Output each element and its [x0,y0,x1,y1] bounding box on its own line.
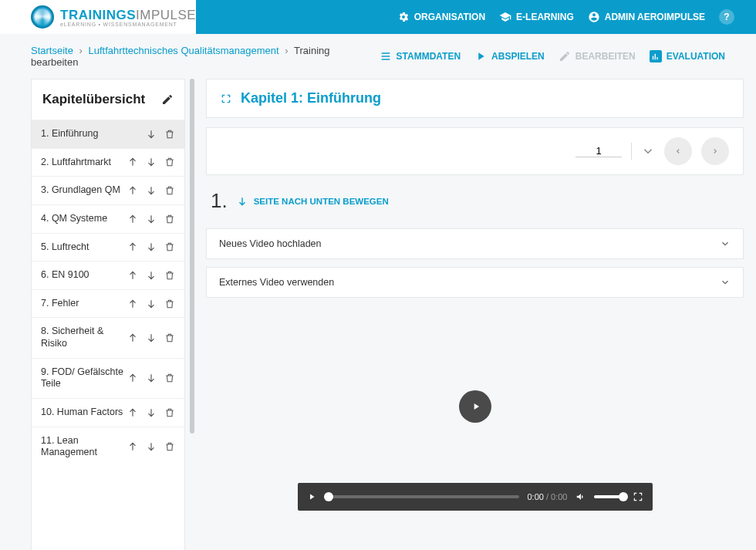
chapter-item[interactable]: 10. Human Factors [32,398,184,427]
breadcrumb-course[interactable]: Luftfahrttechnisches Qualitätsmanagement [89,45,279,56]
move-up-button[interactable] [127,332,138,343]
tab-evaluation[interactable]: EVALUATION [650,50,725,62]
move-down-button[interactable] [146,185,157,196]
delete-button[interactable] [164,299,175,309]
breadcrumb-sep: › [79,45,83,56]
controls-play-icon[interactable] [307,492,316,501]
page-number-input[interactable] [575,145,622,157]
delete-button[interactable] [164,441,175,452]
video-play-button[interactable] [459,390,491,423]
fullscreen-icon[interactable] [221,93,231,104]
chapter-sidebar: Kapitelübersicht 1. Einführung 2. Luftfa… [31,79,185,550]
graduation-cap-icon [499,11,511,23]
logo[interactable]: TRAININGSIMPULSE eLEARNING • WISSENSMANA… [0,0,196,34]
chapter-item[interactable]: 7. Fehler [32,289,184,318]
chapter-label: 9. FOD/ Gefälschte Teile [41,366,127,390]
move-up-button[interactable] [127,407,138,418]
scrollbar-thumb[interactable] [190,79,194,434]
accordion-external-video[interactable]: Externes Video verwenden [206,267,744,298]
tab-abspielen[interactable]: ABSPIELEN [474,50,545,62]
chapter-item[interactable]: 2. Luftfahrtmarkt [32,148,184,177]
delete-button[interactable] [164,373,175,383]
edit-chapters-button[interactable] [161,93,174,106]
tab-abspielen-label: ABSPIELEN [491,51,545,62]
tab-stammdaten[interactable]: STAMMDATEN [380,50,461,62]
delete-button[interactable] [164,214,175,224]
time-duration: 0:00 [551,492,567,501]
chevron-down-icon [720,238,731,249]
chapter-label: 10. Human Factors [41,407,127,419]
divider [631,143,632,160]
chapter-item[interactable]: 9. FOD/ Gefälschte Teile [32,358,184,398]
logo-tagline: eLEARNING • WISSENSMANAGEMENT [60,22,196,27]
chapter-item[interactable]: 3. Grundlagen QM [32,176,184,204]
move-down-button[interactable] [146,332,157,343]
prev-page-button[interactable] [664,137,692,165]
delete-button[interactable] [164,407,175,418]
nav-elearning-label: E-LEARNING [516,12,574,22]
chapter-label: 4. QM Systeme [41,213,127,225]
move-up-button[interactable] [127,299,138,309]
move-up-button[interactable] [127,270,138,281]
nav-user-label: ADMIN AEROIMPULSE [605,12,705,22]
breadcrumb-sep: › [285,45,288,56]
move-down-button[interactable] [146,441,157,452]
chapter-title: Kapitel 1: Einführung [241,90,381,106]
accordion-upload-video[interactable]: Neues Video hochladen [206,228,744,259]
tab-stammdaten-label: STAMMDATEN [397,51,461,62]
list-icon [380,50,392,62]
chapter-label: 8. Sicherheit & Risiko [41,326,127,349]
accordion-upload-label: Neues Video hochladen [219,238,322,249]
logo-text-brand: TRAININGS [60,8,136,22]
move-up-button[interactable] [127,373,138,383]
move-down-button[interactable] [146,129,157,140]
move-up-button[interactable] [127,157,138,167]
main-area: Kapitelübersicht 1. Einführung 2. Luftfa… [0,79,756,550]
progress-track[interactable] [324,495,520,498]
chapter-label: 5. Luftrecht [41,241,127,254]
delete-button[interactable] [164,332,175,343]
move-down-button[interactable] [146,270,157,281]
delete-button[interactable] [164,270,175,281]
nav-organisation[interactable]: ORGANISATION [397,11,485,23]
volume-icon[interactable] [575,491,586,502]
sidebar-scrollbar[interactable] [187,79,197,550]
delete-button[interactable] [164,157,175,167]
move-down-button[interactable] [146,157,157,167]
delete-button[interactable] [164,241,175,252]
progress-thumb[interactable] [324,492,333,501]
chapter-item[interactable]: 6. EN 9100 [32,261,184,289]
move-down-button[interactable] [146,407,157,418]
delete-button[interactable] [164,129,175,140]
chapter-item[interactable]: 1. Einführung [32,120,184,148]
chapter-item[interactable]: 8. Sicherheit & Risiko [32,317,184,357]
move-down-button[interactable] [146,214,157,224]
page-dropdown-chevron-icon[interactable] [641,144,655,158]
help-button[interactable]: ? [719,9,734,25]
move-up-button[interactable] [127,185,138,196]
page-header: 1. SEITE NACH UNTEN BEWEGEN [206,184,744,218]
chapter-title-card: Kapitel 1: Einführung [206,79,744,118]
next-page-button[interactable] [701,137,729,165]
volume-track[interactable] [594,495,625,498]
nav-elearning[interactable]: E-LEARNING [499,11,574,23]
chapter-item[interactable]: 5. Luftrecht [32,233,184,262]
breadcrumb-home[interactable]: Startseite [31,45,73,56]
move-up-button[interactable] [127,241,138,252]
move-up-button[interactable] [127,441,138,452]
logo-text-suffix: IMPULSE [136,8,196,22]
move-down-button[interactable] [146,373,157,383]
delete-button[interactable] [164,185,175,196]
move-up-button[interactable] [127,214,138,224]
nav-user[interactable]: ADMIN AEROIMPULSE [588,11,705,23]
chapter-item[interactable]: 11. Lean Management [32,427,184,467]
video-controls: 0:00 / 0:00 [298,483,653,511]
move-page-down-button[interactable]: SEITE NACH UNTEN BEWEGEN [237,196,389,207]
chapter-actions [127,332,175,343]
move-down-button[interactable] [146,241,157,252]
chapter-actions [127,441,175,452]
move-down-button[interactable] [146,299,157,309]
chapter-item[interactable]: 4. QM Systeme [32,204,184,233]
play-icon [471,401,481,412]
fullscreen-icon[interactable] [633,491,643,502]
